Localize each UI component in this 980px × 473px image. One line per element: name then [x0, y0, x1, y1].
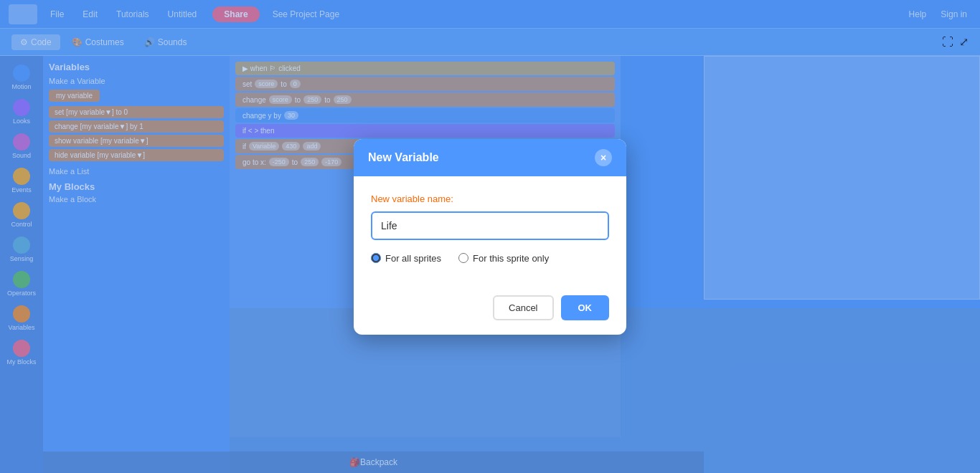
ok-button[interactable]: OK [561, 295, 610, 320]
radio-all-sprites[interactable] [371, 253, 381, 263]
modal-overlay: New Variable × New variable name: For al… [0, 0, 980, 473]
radio-all-sprites-label[interactable]: For all sprites [371, 253, 441, 264]
scope-options: For all sprites For this sprite only [371, 253, 609, 264]
cancel-button[interactable]: Cancel [493, 295, 553, 320]
radio-this-sprite-label[interactable]: For this sprite only [458, 253, 549, 264]
radio-this-sprite[interactable] [458, 253, 468, 263]
variable-name-label: New variable name: [371, 194, 609, 204]
modal-header: New Variable × [354, 139, 626, 176]
new-variable-dialog: New Variable × New variable name: For al… [354, 139, 626, 335]
modal-footer: Cancel OK [354, 295, 626, 335]
radio-all-sprites-text: For all sprites [385, 253, 441, 264]
radio-this-sprite-text: For this sprite only [473, 253, 549, 264]
variable-name-input[interactable] [371, 211, 609, 240]
modal-title: New Variable [368, 151, 439, 164]
modal-body: New variable name: For all sprites For t… [354, 176, 626, 295]
modal-close-button[interactable]: × [595, 149, 612, 166]
